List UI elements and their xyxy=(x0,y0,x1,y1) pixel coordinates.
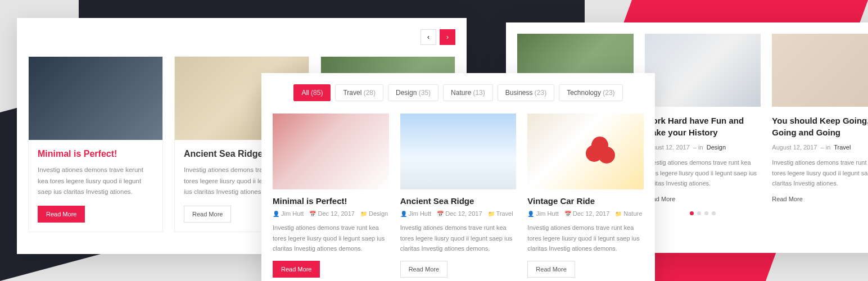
blog-card: Work Hard have Fun and Make your History… xyxy=(645,34,761,202)
prev-button[interactable]: ‹ xyxy=(421,29,436,45)
card-text: Investig ationes demons trave kerunt kea… xyxy=(38,165,153,198)
next-button[interactable]: › xyxy=(440,29,455,45)
card-title[interactable]: Vintage Car Ride xyxy=(527,196,644,206)
card-date: Dec 12, 2017 xyxy=(445,210,482,217)
card-meta: August 12, 2017 – in Design xyxy=(645,144,761,151)
card-image xyxy=(273,114,389,189)
card-title[interactable]: Minimal is Perfect! xyxy=(273,196,389,206)
card-image xyxy=(527,114,644,189)
filter-tab-nature[interactable]: Nature (13) xyxy=(443,84,493,101)
card-title[interactable]: Minimal is Perfect! xyxy=(38,149,153,159)
dot[interactable] xyxy=(704,211,708,215)
card-date: August 12, 2017 xyxy=(772,144,817,151)
filter-tab-technology[interactable]: Technology (23) xyxy=(559,84,622,101)
blog-card: Minimal is Perfect! Investig ationes dem… xyxy=(28,56,163,232)
blog-card: Vintage Car Ride 👤 Jim Hutt 📅 Dec 12, 20… xyxy=(527,114,644,278)
card-text: Investig ationes demons trave runt kea t… xyxy=(273,223,389,254)
card-text: Investig ationes demons trave runt kea t… xyxy=(527,223,644,254)
card-date: Dec 12, 2017 xyxy=(573,210,609,217)
folder-icon: 📁 xyxy=(360,211,367,217)
dot[interactable] xyxy=(712,211,716,215)
card-image xyxy=(400,114,517,189)
calendar-icon: 📅 xyxy=(564,211,571,217)
filter-tab-travel[interactable]: Travel (28) xyxy=(335,84,383,101)
card-category[interactable]: Design xyxy=(369,210,388,217)
filter-panel-mid: All (85) Travel (28) Design (35) Nature … xyxy=(261,73,655,281)
filter-tab-design[interactable]: Design (35) xyxy=(388,84,438,101)
user-icon: 👤 xyxy=(273,211,279,217)
card-category-link[interactable]: Travel xyxy=(834,144,851,151)
card-text: Investig ationes demons trave runt kea t… xyxy=(645,157,761,189)
card-image xyxy=(29,57,162,140)
read-more-button[interactable]: Read More xyxy=(273,261,320,278)
card-meta: 👤 Jim Hutt 📅 Dec 12, 2017 📁 Nature xyxy=(527,210,644,217)
filter-tabs: All (85) Travel (28) Design (35) Nature … xyxy=(273,84,644,101)
dot[interactable] xyxy=(697,211,701,215)
card-title[interactable]: Work Hard have Fun and Make your History xyxy=(645,115,761,138)
read-more-button[interactable]: Read More xyxy=(184,206,231,223)
card-meta: 👤 Jim Hutt 📅 Dec 12, 2017 📁 Design xyxy=(273,210,389,217)
blog-card: You should Keep Going, Going and Going A… xyxy=(772,34,868,202)
card-title[interactable]: You should Keep Going, Going and Going xyxy=(772,115,868,138)
filter-tab-all[interactable]: All (85) xyxy=(293,84,331,101)
card-meta: August 12, 2017 – in Travel xyxy=(772,144,868,151)
filter-tab-business[interactable]: Business (23) xyxy=(498,84,554,101)
read-more-link[interactable]: Read More xyxy=(645,196,761,202)
card-title[interactable]: Ancient Sea Ridge xyxy=(400,196,517,206)
user-icon: 👤 xyxy=(400,211,407,217)
dot[interactable] xyxy=(690,211,694,215)
chevron-left-icon: ‹ xyxy=(427,33,430,41)
nav-arrows: ‹ › xyxy=(421,29,455,45)
folder-icon: 📁 xyxy=(615,211,622,217)
blog-card: Minimal is Perfect! 👤 Jim Hutt 📅 Dec 12,… xyxy=(273,114,389,278)
user-icon: 👤 xyxy=(527,211,534,217)
blog-card: Ancient Sea Ridge 👤 Jim Hutt 📅 Dec 12, 2… xyxy=(400,114,517,278)
card-text: Investig ationes demons trave runt kea t… xyxy=(400,223,517,254)
card-image xyxy=(772,34,868,107)
read-more-link[interactable]: Read More xyxy=(772,196,868,202)
calendar-icon: 📅 xyxy=(437,211,444,217)
card-image xyxy=(645,34,761,107)
read-more-button[interactable]: Read More xyxy=(400,261,447,278)
read-more-button[interactable]: Read More xyxy=(527,261,575,278)
folder-icon: 📁 xyxy=(488,211,495,217)
card-category-link[interactable]: Design xyxy=(707,144,726,151)
cards-row: Minimal is Perfect! 👤 Jim Hutt 📅 Dec 12,… xyxy=(273,114,644,278)
calendar-icon: 📅 xyxy=(309,211,316,217)
card-author: Jim Hutt xyxy=(281,210,304,217)
card-category[interactable]: Travel xyxy=(496,210,513,217)
card-author: Jim Hutt xyxy=(536,210,558,217)
card-date: Dec 12, 2017 xyxy=(318,210,354,217)
chevron-right-icon: › xyxy=(446,33,449,41)
read-more-button[interactable]: Read More xyxy=(38,206,85,223)
card-text: Investig ationes demons trave runt kea t… xyxy=(772,157,868,189)
card-category[interactable]: Nature xyxy=(623,210,642,217)
card-author: Jim Hutt xyxy=(409,210,431,217)
card-meta: 👤 Jim Hutt 📅 Dec 12, 2017 📁 Travel xyxy=(400,210,517,217)
